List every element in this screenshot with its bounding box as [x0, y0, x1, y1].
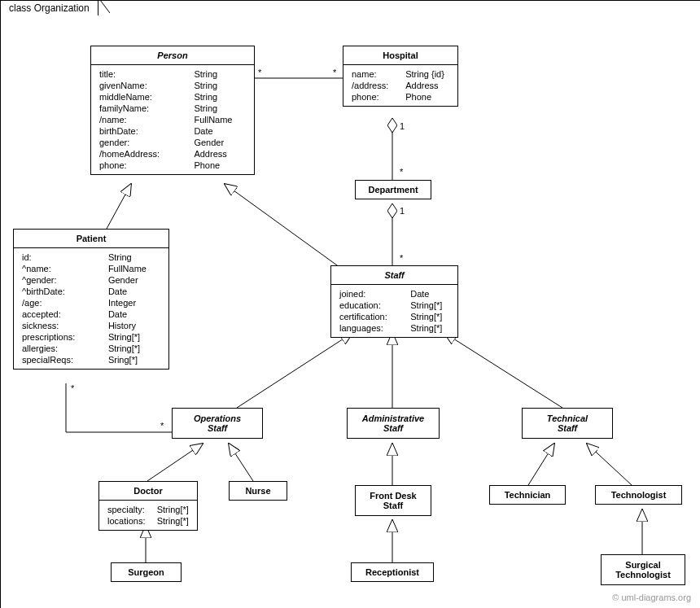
- multiplicity: *: [71, 383, 74, 393]
- class-body: id:String ^name:FullName ^gender:Gender …: [14, 248, 168, 369]
- class-body: specialty:String[*] locations:String[*]: [99, 501, 197, 530]
- class-body: joined:Date education:String[*] certific…: [331, 285, 457, 337]
- class-doctor: Doctor specialty:String[*] locations:Str…: [98, 481, 198, 531]
- multiplicity: *: [400, 253, 403, 263]
- svg-line-6: [237, 333, 352, 408]
- class-receptionist: Receptionist: [351, 562, 434, 582]
- class-title: Nurse: [230, 482, 287, 500]
- svg-line-5: [225, 184, 343, 269]
- svg-line-4: [107, 184, 131, 229]
- multiplicity: *: [400, 167, 403, 177]
- class-title: Technician: [490, 486, 565, 504]
- svg-line-12: [528, 444, 554, 485]
- class-title: Administrative Staff: [348, 409, 439, 438]
- class-title: Surgeon: [112, 563, 181, 581]
- class-technologist: Technologist: [595, 485, 682, 505]
- multiplicity: *: [333, 68, 336, 77]
- uml-package-diagram: class Organization: [0, 0, 700, 608]
- class-title: Operations Staff: [173, 409, 262, 438]
- multiplicity: *: [160, 421, 164, 431]
- class-patient: Patient id:String ^name:FullName ^gender…: [13, 229, 169, 370]
- class-title: Technical Staff: [523, 409, 612, 438]
- class-staff: Staff joined:Date education:String[*] ce…: [330, 265, 458, 338]
- svg-line-8: [444, 333, 562, 408]
- class-surgical-technologist: Surgical Technologist: [601, 554, 685, 585]
- multiplicity: 1: [400, 206, 405, 216]
- class-technical-staff: Technical Staff: [522, 408, 613, 439]
- class-title: Staff: [331, 266, 457, 285]
- class-title: Technologist: [596, 486, 681, 504]
- class-operations-staff: Operations Staff: [172, 408, 263, 439]
- class-title: Receptionist: [352, 563, 433, 581]
- class-surgeon: Surgeon: [111, 562, 182, 582]
- svg-line-9: [147, 444, 203, 481]
- class-title: Doctor: [99, 482, 197, 501]
- class-body: name:String {id} /address:Address phone:…: [343, 65, 457, 106]
- multiplicity: 1: [400, 121, 405, 131]
- class-hospital: Hospital name:String {id} /address:Addre…: [343, 46, 458, 107]
- class-department: Department: [355, 180, 431, 199]
- class-front-desk-staff: Front Desk Staff: [355, 485, 431, 516]
- svg-line-13: [587, 444, 632, 485]
- class-title: Front Desk Staff: [356, 486, 431, 515]
- class-technician: Technician: [489, 485, 566, 505]
- svg-line-10: [229, 444, 253, 481]
- class-nurse: Nurse: [229, 481, 287, 501]
- class-title: Surgical Technologist: [602, 555, 685, 584]
- class-body: title:String givenName:String middleName…: [91, 65, 254, 174]
- class-title: Hospital: [343, 46, 457, 65]
- class-administrative-staff: Administrative Staff: [347, 408, 440, 439]
- class-title: Patient: [14, 230, 168, 248]
- class-person: Person title:String givenName:String mid…: [90, 46, 255, 175]
- multiplicity: *: [258, 68, 261, 77]
- class-title: Person: [91, 46, 254, 65]
- class-title: Department: [356, 181, 431, 199]
